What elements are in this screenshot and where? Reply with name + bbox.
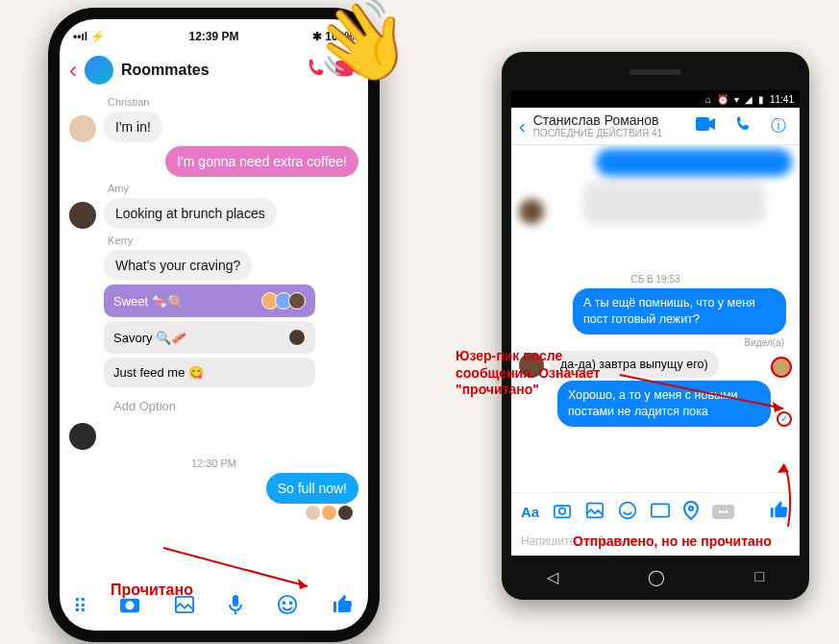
svg-marker-9 xyxy=(298,579,308,589)
message-row: What's your craving? xyxy=(69,250,358,281)
svg-point-14 xyxy=(620,503,636,519)
avatar-christian[interactable] xyxy=(69,115,96,142)
message-row: I'm in! xyxy=(69,111,358,142)
poll-option-feedme[interactable]: Just feed me 😋 xyxy=(104,358,315,387)
video-call-icon[interactable] xyxy=(690,117,721,135)
annotation-arrow xyxy=(159,533,322,601)
message-row: So full now! xyxy=(69,473,358,504)
svg-rect-15 xyxy=(652,504,669,516)
poll-option-label: Just feed me 😋 xyxy=(113,365,204,380)
svg-point-7 xyxy=(290,602,292,604)
nav-back-icon[interactable]: ◁ xyxy=(547,568,558,586)
android-navbar: ◁ ◯ □ xyxy=(502,557,809,596)
svg-marker-18 xyxy=(773,402,783,412)
poll-add-option[interactable]: Add Option xyxy=(104,391,315,421)
svg-point-6 xyxy=(284,602,285,604)
android-status-bar: ⌂ ⏰ ▾ ◢ ▮ 11:41 xyxy=(511,90,800,108)
gif-icon[interactable] xyxy=(651,503,670,521)
voter-avatar xyxy=(288,329,306,346)
svg-marker-19 xyxy=(777,464,789,473)
poll-option-label: Sweet 🍬🍭 xyxy=(113,294,183,309)
outgoing-bubble[interactable]: I'm gonna need extra coffee! xyxy=(165,146,358,177)
back-icon[interactable]: ‹ xyxy=(69,57,77,84)
outgoing-bubble[interactable]: А ты ещё помнишь, что у меня пост готовы… xyxy=(573,288,786,334)
poll-option-savory[interactable]: Savory 🔍🥓 xyxy=(104,321,315,354)
annotation-arrow xyxy=(750,459,798,536)
message-row xyxy=(69,423,358,450)
poll-question[interactable]: What's your craving? xyxy=(104,250,252,281)
chat-title[interactable]: Roommates xyxy=(121,62,297,79)
poll-card: Sweet 🍬🍭 Savory 🔍🥓 Just feed me 😋 Add Op… xyxy=(104,285,315,421)
incoming-bubble[interactable]: I'm in! xyxy=(104,111,162,142)
seen-avatar xyxy=(322,506,336,520)
seen-label: Видел(а) xyxy=(519,337,792,348)
wave-hand-emoji: 👋 xyxy=(305,0,417,96)
call-icon[interactable] xyxy=(728,115,757,136)
signal-icon: ◢ xyxy=(745,94,753,105)
timestamp: 12:30 PM xyxy=(69,458,358,469)
incoming-bubble[interactable]: Looking at brunch places xyxy=(104,198,277,229)
seen-avatars xyxy=(69,506,358,520)
emoji-icon[interactable] xyxy=(618,501,637,523)
like-icon[interactable] xyxy=(332,592,355,621)
message-row: Looking at brunch places xyxy=(69,198,358,229)
message-row: I'm gonna need extra coffee! xyxy=(69,146,358,177)
alarm-icon: ⏰ xyxy=(717,94,728,105)
sender-label: Christian xyxy=(108,96,358,108)
outgoing-bubble[interactable]: So full now! xyxy=(266,473,358,504)
header-text[interactable]: Станислав Романов ПОСЛЕДНИЕ ДЕЙСТВИЯ 41 xyxy=(533,113,682,138)
seen-avatar xyxy=(338,506,353,520)
wifi-icon: ▾ xyxy=(734,94,739,105)
more-icon[interactable]: ••• xyxy=(712,505,734,519)
sender-label: Amy xyxy=(108,183,358,194)
annotation-userpic: Юзер-пик после сообщения. Означает "проч… xyxy=(456,348,629,399)
sender-label: Kerry xyxy=(108,235,358,246)
svg-point-12 xyxy=(559,508,566,515)
sent-receipt-icon: ✓ xyxy=(777,411,792,427)
contact-name: Станислав Романов xyxy=(533,113,682,128)
voter-avatar xyxy=(288,292,306,310)
svg-line-17 xyxy=(620,375,783,409)
text-format-icon[interactable]: Aa xyxy=(521,504,539,520)
poll-option-sweet[interactable]: Sweet 🍬🍭 xyxy=(104,285,315,317)
last-seen-label: ПОСЛЕДНИЕ ДЕЙСТВИЯ 41 xyxy=(533,128,682,138)
seen-avatar xyxy=(306,506,320,520)
camera-icon[interactable] xyxy=(553,502,572,522)
poll-voters xyxy=(265,292,306,310)
chat-body[interactable]: СБ В 19:53 А ты ещё помнишь, что у меня … xyxy=(511,145,800,492)
chat-body[interactable]: Christian I'm in! I'm gonna need extra c… xyxy=(60,90,368,584)
chat-avatar[interactable] xyxy=(85,56,113,85)
location-icon[interactable] xyxy=(683,501,699,523)
blurred-history xyxy=(519,149,792,264)
speaker-grille xyxy=(629,69,681,75)
svg-rect-10 xyxy=(696,117,709,131)
back-icon[interactable]: ‹ xyxy=(519,115,526,137)
info-icon[interactable]: ⓘ xyxy=(765,116,792,136)
avatar-amy[interactable] xyxy=(69,202,96,229)
status-time: 11:41 xyxy=(770,94,794,105)
svg-point-2 xyxy=(125,601,134,609)
avatar-kerry[interactable] xyxy=(69,423,96,450)
svg-point-16 xyxy=(689,507,693,510)
nav-recents-icon[interactable]: □ xyxy=(755,568,765,585)
annotation-arrow xyxy=(615,365,798,413)
nav-home-icon[interactable]: ◯ xyxy=(648,568,665,586)
chat-header: ‹ Станислав Романов ПОСЛЕДНИЕ ДЕЙСТВИЯ 4… xyxy=(511,108,800,145)
gallery-icon[interactable] xyxy=(585,502,605,522)
poll-option-label: Savory 🔍🥓 xyxy=(113,331,186,345)
svg-line-8 xyxy=(163,548,308,586)
bluetooth-icon: ⌂ xyxy=(705,94,711,105)
annotation-sent: Отправлено, но не прочитано xyxy=(573,533,772,549)
timestamp: СБ В 19:53 xyxy=(519,274,792,285)
battery-icon: ▮ xyxy=(758,94,764,105)
apps-icon[interactable]: ⠿ xyxy=(73,595,86,618)
